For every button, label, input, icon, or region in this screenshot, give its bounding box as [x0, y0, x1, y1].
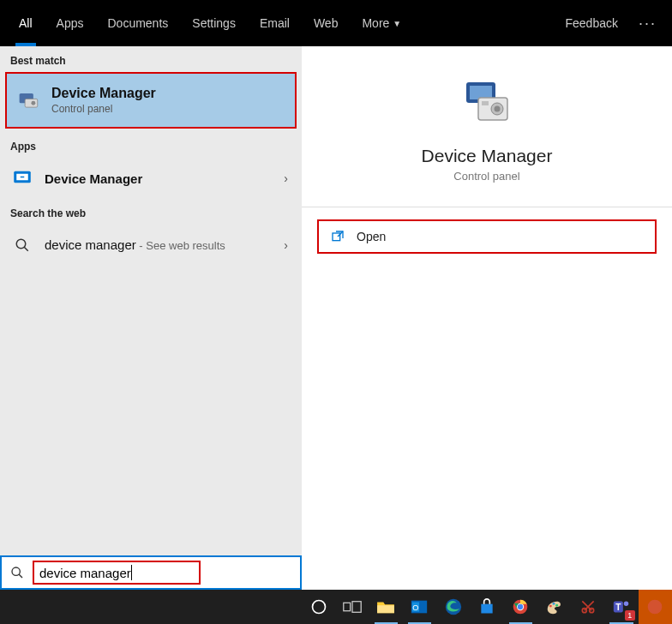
taskbar: O T 1 [0, 590, 672, 624]
result-title: Device Manager [51, 86, 156, 101]
taskbar-taskview[interactable] [335, 590, 369, 624]
search-icon [10, 233, 34, 257]
taskbar-powerpoint[interactable] [639, 590, 672, 624]
result-detail-pane: Device Manager Control panel Open [302, 46, 672, 555]
svg-rect-20 [377, 605, 394, 613]
svg-point-30 [556, 604, 559, 607]
web-result[interactable]: device manager - See web results › [0, 225, 302, 266]
svg-point-36 [648, 600, 663, 615]
web-suffix: - See web results [136, 239, 225, 252]
tab-apps[interactable]: Apps [45, 0, 96, 46]
svg-point-29 [553, 603, 555, 605]
text-caret [131, 565, 132, 580]
search-input-highlight: device manager [33, 561, 201, 585]
svg-rect-14 [333, 233, 340, 241]
tab-web[interactable]: Web [302, 0, 351, 46]
result-subtitle: Control panel [51, 103, 156, 115]
svg-line-7 [24, 247, 28, 251]
tab-more[interactable]: More ▼ [350, 0, 413, 46]
svg-point-2 [31, 101, 35, 105]
tab-label: Web [314, 16, 339, 30]
tab-label: All [19, 16, 33, 30]
svg-point-27 [518, 604, 523, 609]
search-input[interactable]: device manager [39, 566, 131, 580]
badge-count: 1 [625, 610, 635, 621]
svg-point-12 [495, 106, 501, 112]
device-manager-icon [17, 88, 41, 112]
svg-rect-19 [352, 602, 361, 613]
tab-label: Settings [192, 16, 236, 30]
tab-label: Email [260, 16, 290, 30]
svg-point-17 [312, 601, 325, 614]
tab-email[interactable]: Email [248, 0, 302, 46]
search-filter-bar: All Apps Documents Settings Email Web Mo… [0, 0, 672, 46]
app-result-device-manager[interactable]: Device Manager › [0, 158, 302, 199]
section-search-web: Search the web [0, 199, 302, 225]
search-box[interactable]: device manager [0, 555, 302, 590]
open-label: Open [357, 230, 386, 243]
detail-title: Device Manager [302, 146, 672, 166]
search-icon [2, 566, 33, 579]
taskbar-teams[interactable]: T 1 [604, 590, 638, 624]
section-apps: Apps [0, 132, 302, 158]
web-query: device manager [45, 237, 136, 252]
section-best-match: Best match [0, 46, 302, 72]
svg-rect-18 [344, 603, 351, 610]
device-manager-large-icon [459, 77, 514, 132]
svg-text:T: T [615, 603, 621, 612]
tab-label: Apps [57, 16, 84, 30]
search-results-area: Best match Device Manager Control panel … [0, 46, 672, 555]
svg-point-28 [549, 605, 552, 608]
divider [302, 207, 672, 207]
svg-point-15 [12, 567, 20, 575]
taskbar-outlook[interactable]: O [403, 590, 436, 624]
svg-rect-13 [482, 101, 489, 105]
device-manager-app-icon [10, 166, 34, 190]
taskbar-chrome[interactable] [504, 590, 537, 624]
taskbar-snip[interactable] [571, 590, 604, 624]
results-list: Best match Device Manager Control panel … [0, 46, 302, 555]
taskbar-store[interactable] [470, 590, 503, 624]
result-title: Device Manager [45, 171, 142, 186]
tab-label: More [362, 16, 389, 30]
taskbar-cortana[interactable] [302, 590, 335, 624]
svg-point-35 [624, 602, 629, 607]
open-action[interactable]: Open [317, 219, 657, 254]
tab-documents[interactable]: Documents [95, 0, 180, 46]
more-options-button[interactable]: ··· [630, 15, 665, 33]
feedback-link[interactable]: Feedback [554, 0, 630, 46]
svg-rect-5 [21, 177, 25, 178]
open-icon [331, 230, 345, 243]
tab-all[interactable]: All [7, 0, 45, 46]
taskbar-file-explorer[interactable] [369, 590, 403, 624]
svg-point-6 [16, 239, 26, 249]
detail-subtitle: Control panel [302, 170, 672, 183]
taskbar-paint[interactable] [537, 590, 571, 624]
chevron-right-icon: › [284, 171, 288, 185]
svg-line-16 [19, 574, 22, 578]
feedback-label: Feedback [566, 16, 618, 30]
chevron-right-icon: › [284, 238, 288, 252]
tab-settings[interactable]: Settings [180, 0, 248, 46]
chevron-down-icon: ▼ [393, 19, 401, 28]
best-match-result[interactable]: Device Manager Control panel [5, 72, 297, 129]
svg-text:O: O [413, 603, 419, 612]
taskbar-edge[interactable] [436, 590, 470, 624]
tab-label: Documents [107, 16, 168, 30]
